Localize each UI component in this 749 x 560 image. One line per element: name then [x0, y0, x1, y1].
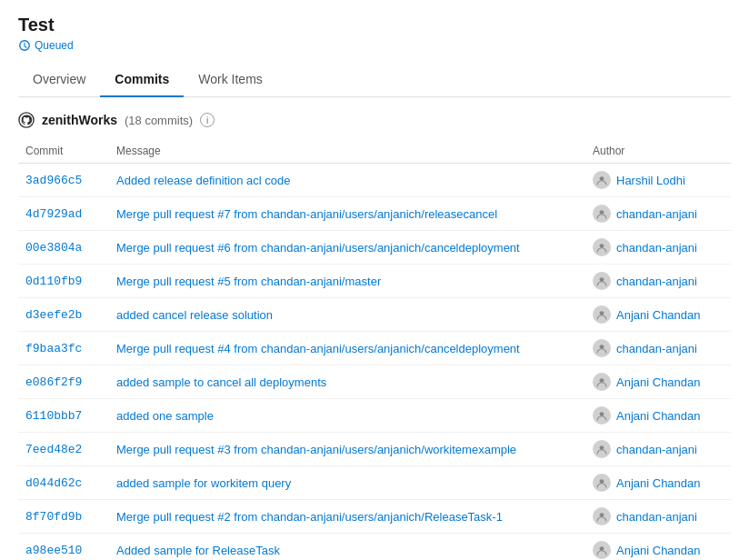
queued-icon: [18, 39, 31, 52]
author-name[interactable]: chandan-anjani: [616, 510, 697, 524]
commit-author: Harshil Lodhi: [585, 164, 731, 197]
commit-hash[interactable]: f9baa3fc: [18, 332, 109, 365]
commit-hash[interactable]: 3ad966c5: [18, 164, 109, 197]
commit-hash[interactable]: d3eefe2b: [18, 298, 109, 332]
commit-author: Anjani Chandan: [585, 466, 731, 500]
table-row: 8f70fd9bMerge pull request #2 from chand…: [18, 500, 731, 534]
commit-message[interactable]: Merge pull request #5 from chandan-anjan…: [109, 265, 585, 298]
table-row: 4d7929adMerge pull request #7 from chand…: [18, 197, 731, 231]
col-header-author: Author: [585, 139, 731, 164]
tab-commits[interactable]: Commits: [100, 63, 184, 97]
commit-author: chandan-anjani: [585, 231, 731, 265]
commit-hash[interactable]: d044d62c: [18, 466, 109, 500]
commit-message[interactable]: Merge pull request #7 from chandan-anjan…: [109, 197, 585, 231]
commit-author: chandan-anjani: [585, 332, 731, 365]
avatar: [593, 406, 611, 425]
author-name[interactable]: chandan-anjani: [616, 207, 697, 221]
table-row: 0d110fb9Merge pull request #5 from chand…: [18, 265, 731, 298]
commit-message[interactable]: Merge pull request #4 from chandan-anjan…: [109, 332, 585, 365]
repo-name: zenithWorks: [42, 113, 117, 127]
author-name[interactable]: chandan-anjani: [616, 342, 697, 355]
page-title: Test: [18, 15, 731, 35]
author-name[interactable]: chandan-anjani: [616, 275, 697, 288]
commits-table: Commit Message Author 3ad966c5Added rele…: [18, 139, 731, 560]
commit-hash[interactable]: e086f2f9: [18, 365, 109, 399]
table-row: e086f2f9added sample to cancel all deplo…: [18, 365, 731, 399]
tabs-nav: Overview Commits Work Items: [18, 63, 731, 97]
author-name[interactable]: Anjani Chandan: [616, 409, 701, 423]
commit-hash[interactable]: 7eed48e2: [18, 433, 109, 466]
avatar: [593, 507, 611, 525]
commits-count: (18 commits): [125, 114, 193, 127]
commit-author: chandan-anjani: [585, 197, 731, 231]
table-row: 7eed48e2Merge pull request #3 from chand…: [18, 433, 731, 466]
commit-hash[interactable]: 00e3804a: [18, 231, 109, 265]
avatar: [593, 373, 611, 391]
avatar: [593, 272, 611, 290]
commit-author: Anjani Chandan: [585, 365, 731, 399]
author-name[interactable]: chandan-anjani: [616, 443, 697, 456]
commit-hash[interactable]: a98ee510: [18, 534, 109, 561]
commit-message[interactable]: added cancel release solution: [109, 298, 585, 332]
commit-message[interactable]: added one sample: [109, 399, 585, 433]
avatar: [593, 238, 611, 256]
commit-message[interactable]: Added release definition acl code: [109, 164, 585, 197]
commit-author: Anjani Chandan: [585, 298, 731, 332]
author-name[interactable]: Anjani Chandan: [616, 308, 701, 322]
author-name[interactable]: chandan-anjani: [616, 241, 697, 255]
commit-author: chandan-anjani: [585, 433, 731, 466]
avatar: [593, 541, 611, 559]
avatar: [593, 205, 611, 223]
col-header-commit: Commit: [18, 139, 109, 164]
author-name[interactable]: Anjani Chandan: [616, 476, 701, 490]
table-row: d3eefe2badded cancel release solution An…: [18, 298, 731, 332]
avatar: [593, 440, 611, 458]
status-badge: Queued: [18, 39, 74, 52]
commit-hash[interactable]: 6110bbb7: [18, 399, 109, 433]
avatar: [593, 305, 611, 324]
avatar: [593, 339, 611, 357]
author-name[interactable]: Anjani Chandan: [616, 375, 701, 389]
info-icon[interactable]: i: [200, 113, 215, 127]
table-row: 6110bbb7added one sample Anjani Chandan: [18, 399, 731, 433]
commit-message[interactable]: Added sample for ReleaseTask: [109, 534, 585, 561]
commit-hash[interactable]: 8f70fd9b: [18, 500, 109, 534]
col-header-message: Message: [109, 139, 585, 164]
table-row: a98ee510Added sample for ReleaseTask Anj…: [18, 534, 731, 561]
table-row: f9baa3fcMerge pull request #4 from chand…: [18, 332, 731, 365]
commit-message[interactable]: Merge pull request #6 from chandan-anjan…: [109, 231, 585, 265]
commit-message[interactable]: added sample to cancel all deployments: [109, 365, 585, 399]
avatar: [593, 474, 611, 492]
commit-author: chandan-anjani: [585, 500, 731, 534]
table-row: d044d62cadded sample for workitem query …: [18, 466, 731, 500]
tab-overview[interactable]: Overview: [18, 63, 100, 97]
avatar: [593, 171, 611, 189]
github-icon: [18, 112, 35, 128]
commit-author: Anjani Chandan: [585, 534, 731, 561]
commit-message[interactable]: Merge pull request #3 from chandan-anjan…: [109, 433, 585, 466]
commit-hash[interactable]: 4d7929ad: [18, 197, 109, 231]
table-row: 00e3804aMerge pull request #6 from chand…: [18, 231, 731, 265]
commit-author: chandan-anjani: [585, 265, 731, 298]
table-row: 3ad966c5Added release definition acl cod…: [18, 164, 731, 197]
author-name[interactable]: Anjani Chandan: [616, 544, 701, 557]
repo-header: zenithWorks (18 commits) i: [18, 112, 731, 128]
commit-message[interactable]: Merge pull request #2 from chandan-anjan…: [109, 500, 585, 534]
commit-hash[interactable]: 0d110fb9: [18, 265, 109, 298]
commit-message[interactable]: added sample for workitem query: [109, 466, 585, 500]
tab-workitems[interactable]: Work Items: [184, 63, 277, 97]
author-name[interactable]: Harshil Lodhi: [616, 174, 685, 187]
commit-author: Anjani Chandan: [585, 399, 731, 433]
